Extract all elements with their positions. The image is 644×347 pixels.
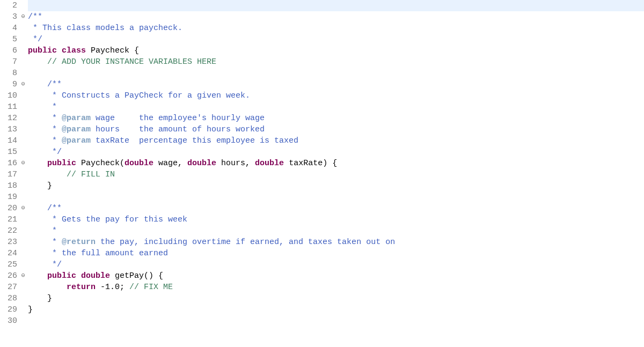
line-number: 2 [4,0,17,11]
code-token: * [47,125,62,134]
line-number: 23 [4,237,17,248]
code-token [28,238,47,247]
code-line[interactable]: /** [28,11,644,23]
code-line[interactable]: * @param hours the amount of hours worke… [28,124,644,135]
code-line[interactable]: public Paycheck(double wage, double hour… [28,158,644,169]
code-token: Paycheck { [86,46,139,55]
code-line[interactable]: return -1.0; // FIX ME [28,282,644,293]
code-token [28,136,47,145]
fold-spacer [19,169,27,180]
code-line[interactable]: */ [28,34,644,45]
code-token: */ [47,260,62,269]
code-token: getPay() { [110,271,163,280]
fold-spacer [19,101,27,113]
code-token: double [255,159,284,168]
code-token: /** [28,12,42,21]
line-number: 30 [4,315,17,327]
code-token: wage the employee's hourly wage [91,114,265,123]
code-token [28,114,47,123]
fold-spacer [19,124,27,135]
code-token: class [62,46,86,55]
code-line[interactable] [28,68,644,79]
fold-toggle-icon[interactable]: ⊖ [19,79,27,90]
code-editor[interactable]: 2345678910111213141516171819202122232425… [0,0,644,327]
fold-gutter: ⊖⊖⊖⊖⊖ [19,0,27,327]
code-line[interactable]: public class Paycheck { [28,45,644,56]
line-number: 21 [4,214,17,225]
code-line[interactable]: */ [28,146,644,158]
code-token: // ADD YOUR INSTANCE VARIABLES HERE [47,57,216,67]
code-line[interactable]: * [28,225,644,237]
code-token: @return [62,238,96,247]
code-token [28,125,47,134]
fold-toggle-icon[interactable]: ⊖ [19,158,27,169]
code-line[interactable]: public double getPay() { [28,270,644,282]
fold-toggle-icon[interactable]: ⊖ [19,203,27,214]
code-token [28,159,47,168]
code-line[interactable]: * @param wage the employee's hourly wage [28,113,644,124]
code-token: @param [62,125,91,134]
code-token [28,102,47,112]
code-token: // FIX ME [129,283,173,292]
code-token [28,249,47,258]
fold-spacer [19,191,27,203]
code-line[interactable] [28,315,644,327]
line-number: 28 [4,293,17,304]
line-number-gutter: 2345678910111213141516171819202122232425… [0,0,19,327]
fold-spacer [19,0,27,11]
code-line[interactable]: /** [28,203,644,214]
code-token: double [125,159,153,168]
code-token [76,271,81,280]
code-token: taxRate) { [284,159,337,168]
fold-spacer [19,225,27,237]
fold-spacer [19,293,27,304]
code-line[interactable]: * Gets the pay for this week [28,214,644,225]
code-area[interactable]: /** * This class models a paycheck. */pu… [27,0,644,327]
code-token: wage, [153,159,187,168]
fold-toggle-icon[interactable]: ⊖ [19,270,27,282]
code-token [28,283,67,292]
code-token: public [28,46,57,55]
fold-spacer [19,146,27,158]
line-number: 6 [4,45,17,56]
code-line[interactable]: } [28,293,644,304]
line-number: 17 [4,169,17,180]
code-line[interactable]: * @return the pay, including overtime if… [28,237,644,248]
code-line[interactable]: } [28,304,644,315]
fold-spacer [19,214,27,225]
code-line[interactable]: // FILL IN [28,169,644,180]
code-line[interactable]: * [28,101,644,113]
code-line[interactable]: } [28,180,644,191]
code-token: /** [47,80,62,89]
code-token: public [47,159,76,168]
fold-toggle-icon[interactable]: ⊖ [19,11,27,23]
code-line[interactable]: */ [28,259,644,270]
code-line[interactable]: * Constructs a PayCheck for a given week… [28,90,644,101]
code-token: public [47,271,76,280]
code-line[interactable] [28,191,644,203]
code-token: @param [62,114,91,123]
code-line[interactable]: * the full amount earned [28,248,644,259]
code-token [28,170,67,179]
code-line[interactable]: * This class models a paycheck. [28,23,644,34]
line-number: 15 [4,146,17,158]
code-token: */ [28,35,42,44]
line-number: 9 [4,79,17,90]
code-line[interactable]: /** [28,79,644,90]
code-token [28,215,47,224]
code-token: * [47,114,62,123]
code-token: } [28,294,52,303]
code-token: hours, [216,159,255,168]
code-line[interactable]: // ADD YOUR INSTANCE VARIABLES HERE [28,56,644,68]
line-number: 14 [4,135,17,146]
code-line[interactable]: * @param taxRate percentage this employe… [28,135,644,146]
code-line[interactable] [28,0,644,11]
line-number: 5 [4,34,17,45]
fold-spacer [19,56,27,68]
fold-spacer [19,113,27,124]
line-number: 10 [4,90,17,101]
code-token: * This class models a paycheck. [28,24,182,33]
line-number: 4 [4,23,17,34]
line-number: 18 [4,180,17,191]
fold-spacer [19,135,27,146]
